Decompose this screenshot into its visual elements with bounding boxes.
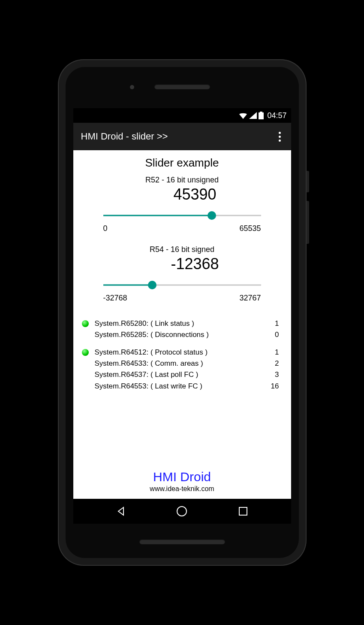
front-camera [130,85,134,89]
wifi-icon [239,112,247,119]
slider-1-value: 45390 [82,185,283,203]
slider-2-thumb[interactable] [148,281,156,289]
led-icon [82,320,89,327]
slider-1-max: 65535 [239,224,261,233]
slider-2: R54 - 16 bit signed -12368 -32768 32767 [82,245,283,310]
app-bar: HMI Droid - slider >> [73,123,291,150]
svg-point-2 [177,507,187,516]
status-value: 16 [271,381,283,392]
battery-icon [259,112,264,119]
back-button[interactable] [115,505,127,517]
speaker-bottom [139,539,225,544]
status-row: System.R65285: ( Disconnections ) 0 [82,329,283,340]
footer-title: HMI Droid [82,470,283,484]
speaker-top [154,84,210,89]
slider-1-thumb[interactable] [208,211,216,220]
status-label: System.R64533: ( Comm. areas ) [95,358,275,369]
status-row: System.R65280: ( Link status ) 1 [82,318,283,329]
status-label: System.R65285: ( Disconnections ) [95,329,275,340]
recent-apps-button[interactable] [237,505,249,517]
status-value: 3 [275,369,282,380]
led-icon [82,349,89,356]
slider-2-label: R54 - 16 bit signed [82,245,283,254]
slider-2-range: -32768 32767 [103,294,261,303]
status-bar: 04:57 [73,108,291,123]
svg-rect-0 [260,112,262,112]
slider-1: R52 - 16 bit unsigned 45390 0 65535 [82,176,283,241]
app-bar-title: HMI Droid - slider >> [81,131,168,142]
status-row: System.R64553: ( Last write FC ) 16 [82,381,283,392]
status-label: System.R64553: ( Last write FC ) [95,381,271,392]
status-list: System.R65280: ( Link status ) 1 System.… [82,318,283,392]
status-value: 1 [275,318,282,329]
slider-2-value: -12368 [82,255,283,273]
phone-frame: 04:57 HMI Droid - slider >> Slider examp… [58,59,307,566]
status-row: System.R64512: ( Protocol status ) 1 [82,347,283,358]
svg-rect-1 [259,112,264,119]
status-value: 0 [275,329,282,340]
slider-1-range: 0 65535 [103,224,261,233]
home-button[interactable] [176,505,188,517]
screen: 04:57 HMI Droid - slider >> Slider examp… [73,108,291,524]
power-button[interactable] [307,171,309,192]
footer-url: www.idea-teknik.com [82,485,283,493]
status-label: System.R64512: ( Protocol status ) [95,347,275,358]
status-row: System.R64533: ( Comm. areas ) 2 [82,358,283,369]
footer: HMI Droid www.idea-teknik.com [82,470,283,495]
overflow-menu-button[interactable] [276,129,283,144]
status-value: 1 [275,347,282,358]
page-title: Slider example [82,156,283,170]
volume-button[interactable] [307,201,309,244]
nav-bar [73,499,291,524]
slider-2-max: 32767 [239,294,261,303]
status-value: 2 [275,358,282,369]
status-label: System.R64537: ( Last poll FC ) [95,369,275,380]
slider-2-min: -32768 [103,294,127,303]
phone-inner: 04:57 HMI Droid - slider >> Slider examp… [66,67,299,558]
slider-1-label: R52 - 16 bit unsigned [82,176,283,185]
slider-1-track[interactable] [103,209,261,221]
slider-1-min: 0 [103,224,108,233]
content-area: Slider example R52 - 16 bit unsigned 453… [73,150,291,499]
signal-icon [249,112,257,119]
status-clock: 04:57 [267,111,286,120]
svg-rect-3 [239,507,247,515]
status-label: System.R65280: ( Link status ) [95,318,275,329]
slider-2-track[interactable] [103,279,261,291]
status-row: System.R64537: ( Last poll FC ) 3 [82,369,283,380]
